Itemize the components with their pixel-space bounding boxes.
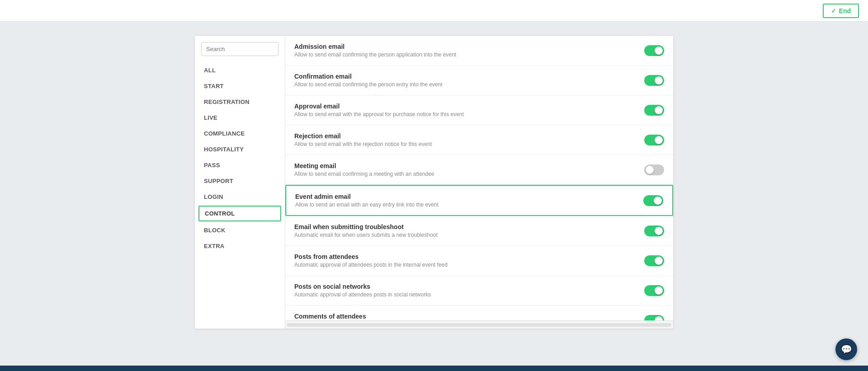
setting-info-confirmation-email: Confirmation emailAllow to send email co… [294, 73, 635, 88]
nav-list: ALLSTARTREGISTRATIONLIVECOMPLIANCEHOSPIT… [195, 62, 285, 254]
setting-desc-admission-email: Allow to send email confirming the perso… [294, 52, 635, 58]
toggle-slider-meeting-email [644, 164, 664, 175]
toggle-event-admin-email[interactable] [643, 195, 663, 206]
toggle-posts-social[interactable] [644, 285, 664, 296]
sidebar-item-registration[interactable]: REGISTRATION [195, 94, 285, 110]
setting-title-posts-social: Posts on social networks [294, 283, 635, 290]
setting-desc-posts-social: Automatic approval of attendees posts in… [294, 291, 635, 298]
toggle-rejection-email[interactable] [644, 135, 664, 146]
toggle-slider-posts-social [644, 285, 664, 296]
setting-row-event-admin-email: Event admin emailAllow to send an email … [285, 185, 673, 216]
setting-row-posts-social: Posts on social networksAutomatic approv… [285, 276, 673, 305]
bottom-scrollbar[interactable] [285, 320, 673, 329]
settings-list: Admission emailAllow to send email confi… [285, 36, 673, 320]
setting-title-comments-attendees: Comments of attendees [294, 313, 635, 320]
setting-info-approval-email: Approval emailAllow to send email with t… [294, 103, 635, 117]
toggle-admission-email[interactable] [644, 45, 664, 56]
setting-info-admission-email: Admission emailAllow to send email confi… [294, 43, 635, 58]
sidebar-item-live[interactable]: LIVE [195, 110, 285, 126]
setting-info-troubleshoot-email: Email when submitting troubleshootAutoma… [294, 223, 635, 238]
setting-info-rejection-email: Rejection emailAllow to send email with … [294, 132, 635, 147]
setting-title-confirmation-email: Confirmation email [294, 73, 635, 80]
setting-title-posts-attendees: Posts from attendees [294, 253, 635, 260]
setting-desc-meeting-email: Allow to send email confirming a meeting… [294, 171, 635, 177]
toggle-meeting-email[interactable] [644, 164, 664, 175]
setting-desc-event-admin-email: Allow to send an email with an easy entr… [295, 202, 634, 208]
setting-title-admission-email: Admission email [294, 43, 635, 50]
toggle-slider-admission-email [644, 45, 664, 56]
toggle-approval-email[interactable] [644, 105, 664, 116]
sidebar-item-control[interactable]: CONTROL [198, 206, 281, 221]
sidebar-item-pass[interactable]: PASS [195, 157, 285, 173]
chat-button[interactable]: 💬 [835, 338, 857, 360]
toggle-slider-troubleshoot-email [644, 225, 664, 236]
setting-desc-confirmation-email: Allow to send email confirming the perso… [294, 81, 635, 88]
sidebar-item-all[interactable]: ALL [195, 62, 285, 78]
setting-desc-posts-attendees: Automatic approval of attendees posts in… [294, 262, 635, 268]
setting-title-approval-email: Approval email [294, 103, 635, 110]
setting-row-rejection-email: Rejection emailAllow to send email with … [285, 125, 673, 155]
setting-info-posts-social: Posts on social networksAutomatic approv… [294, 283, 635, 298]
setting-row-troubleshoot-email: Email when submitting troubleshootAutoma… [285, 216, 673, 246]
main-content: ALLSTARTREGISTRATIONLIVECOMPLIANCEHOSPIT… [0, 22, 868, 366]
top-bar: ✓ End [0, 0, 868, 22]
setting-row-posts-attendees: Posts from attendeesAutomatic approval o… [285, 246, 673, 276]
sidebar-item-hospitality[interactable]: HOSPITALITY [195, 141, 285, 157]
setting-desc-troubleshoot-email: Automatic email for when users submits a… [294, 232, 635, 238]
setting-title-troubleshoot-email: Email when submitting troubleshoot [294, 223, 635, 230]
toggle-slider-comments-attendees [644, 315, 664, 321]
end-label: End [839, 7, 851, 14]
setting-row-meeting-email: Meeting emailAllow to send email confirm… [285, 155, 673, 185]
horizontal-scrollbar-track [287, 323, 671, 327]
sidebar-item-start[interactable]: START [195, 78, 285, 94]
setting-info-event-admin-email: Event admin emailAllow to send an email … [295, 193, 634, 208]
setting-row-approval-email: Approval emailAllow to send email with t… [285, 95, 673, 125]
setting-info-meeting-email: Meeting emailAllow to send email confirm… [294, 162, 635, 177]
toggle-slider-approval-email [644, 105, 664, 116]
toggle-slider-event-admin-email [643, 195, 663, 206]
toggle-troubleshoot-email[interactable] [644, 225, 664, 236]
setting-row-comments-attendees: Comments of attendeesAutomatic approval … [285, 305, 673, 320]
sidebar-item-login[interactable]: LOGIN [195, 189, 285, 205]
setting-info-posts-attendees: Posts from attendeesAutomatic approval o… [294, 253, 635, 268]
toggle-slider-confirmation-email [644, 75, 664, 86]
chat-icon: 💬 [841, 344, 852, 355]
sidebar-item-support[interactable]: SUPPORT [195, 173, 285, 189]
sidebar: ALLSTARTREGISTRATIONLIVECOMPLIANCEHOSPIT… [195, 36, 285, 329]
toggle-confirmation-email[interactable] [644, 75, 664, 86]
settings-panel: ALLSTARTREGISTRATIONLIVECOMPLIANCEHOSPIT… [194, 35, 674, 329]
setting-title-rejection-email: Rejection email [294, 132, 635, 140]
search-input[interactable] [201, 42, 278, 56]
setting-title-meeting-email: Meeting email [294, 162, 635, 169]
toggle-slider-rejection-email [644, 135, 664, 146]
setting-desc-approval-email: Allow to send email with the approval fo… [294, 111, 635, 117]
bottom-bar [0, 366, 868, 371]
sidebar-item-block[interactable]: BLOCK [195, 222, 285, 238]
sidebar-item-compliance[interactable]: COMPLIANCE [195, 126, 285, 141]
setting-row-confirmation-email: Confirmation emailAllow to send email co… [285, 66, 673, 95]
check-icon: ✓ [831, 7, 836, 14]
toggle-comments-attendees[interactable] [644, 315, 664, 321]
sidebar-item-extra[interactable]: EXTRA [195, 238, 285, 254]
setting-desc-rejection-email: Allow to send email with the rejection n… [294, 141, 635, 147]
toggle-posts-attendees[interactable] [644, 255, 664, 266]
setting-row-admission-email: Admission emailAllow to send email confi… [285, 36, 673, 66]
end-button[interactable]: ✓ End [823, 4, 859, 18]
toggle-slider-posts-attendees [644, 255, 664, 266]
setting-info-comments-attendees: Comments of attendeesAutomatic approval … [294, 313, 635, 320]
setting-title-event-admin-email: Event admin email [295, 193, 634, 200]
